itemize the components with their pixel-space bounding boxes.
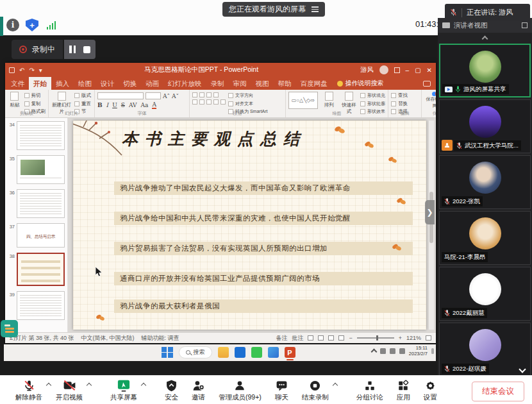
thumbnail-36[interactable]: 36 bbox=[6, 189, 65, 218]
participant-tile[interactable]: 马院-21-李晨昂 bbox=[439, 211, 531, 265]
numbering-icon[interactable] bbox=[199, 92, 204, 97]
tab-draw[interactable]: 绘图 bbox=[74, 77, 96, 90]
slide-bullet-2[interactable]: 鸦片战争给中国和中共人民带来深重的灾难，也使中国人民开始觉醒 bbox=[114, 212, 413, 225]
wechat-icon[interactable] bbox=[251, 347, 262, 358]
grow-font-icon[interactable]: A˄ bbox=[163, 93, 170, 99]
tray-overflow-icon[interactable] bbox=[370, 349, 377, 355]
slide-thumbnail-panel[interactable]: 34 35 36 37 四、总结与启示 38 39 bbox=[5, 118, 68, 332]
start-video-button[interactable]: 开启视频 bbox=[56, 379, 83, 402]
slide-number-status[interactable]: 幻灯片 第 38 张, 共 40 张 bbox=[10, 334, 74, 342]
share-screen-button[interactable]: 共享屏幕 bbox=[110, 379, 137, 402]
shape-outline-button[interactable]: 形状轮廓 bbox=[360, 101, 385, 107]
collapse-strip[interactable] bbox=[438, 33, 532, 42]
slide-scrollbar[interactable] bbox=[429, 121, 434, 330]
participant-tile[interactable]: 2022戴丽慧 bbox=[439, 267, 531, 321]
network-icon[interactable] bbox=[399, 348, 405, 354]
thumbnail-39[interactable]: 39 bbox=[6, 291, 65, 320]
security-button[interactable]: 安全 bbox=[165, 379, 178, 402]
mic-options-chevron[interactable] bbox=[46, 383, 51, 388]
powerpoint-taskbar-icon[interactable]: P bbox=[285, 347, 295, 358]
breakout-rooms-button[interactable]: 分组讨论 bbox=[356, 379, 383, 402]
align-center-icon[interactable] bbox=[199, 99, 204, 105]
cut-button[interactable]: 剪切 bbox=[24, 92, 46, 99]
meeting-info-icon[interactable]: i bbox=[6, 19, 19, 31]
zoom-out-button[interactable]: − bbox=[349, 335, 352, 341]
bold-button[interactable]: B bbox=[97, 102, 103, 108]
save-to-baidu-button[interactable]: 保存到百度网盘 bbox=[424, 92, 436, 109]
tab-view[interactable]: 视图 bbox=[251, 77, 274, 90]
zoom-slider-knob[interactable] bbox=[376, 335, 379, 341]
change-case-icon[interactable]: Aa bbox=[141, 102, 149, 108]
tab-file[interactable]: 文件 bbox=[6, 77, 29, 90]
fullscreen-icon[interactable] bbox=[522, 22, 528, 28]
participant-tile[interactable]: 2022-张凯 bbox=[439, 155, 531, 209]
close-button[interactable]: ✕ bbox=[427, 67, 432, 74]
align-right-icon[interactable] bbox=[206, 99, 212, 105]
font-color-icon[interactable]: A bbox=[152, 101, 156, 109]
tab-home[interactable]: 开始 bbox=[29, 77, 51, 90]
banner-menu-icon[interactable] bbox=[312, 6, 319, 12]
thumbnail-34[interactable]: 34 bbox=[6, 121, 65, 150]
underline-button[interactable]: U bbox=[112, 102, 117, 108]
pause-recording-button[interactable] bbox=[69, 46, 76, 53]
slide-bullet-5[interactable]: 鸦片战争的最大获利者是俄国 bbox=[114, 299, 413, 313]
tab-help[interactable]: 帮助 bbox=[274, 77, 296, 90]
slideshow-icon[interactable] bbox=[338, 335, 344, 341]
normal-view-icon[interactable] bbox=[308, 335, 313, 341]
language-indicator-icon[interactable] bbox=[380, 348, 386, 354]
show-desktop-strip[interactable] bbox=[431, 348, 434, 354]
reading-view-icon[interactable] bbox=[328, 335, 334, 341]
zoom-slider[interactable] bbox=[357, 337, 394, 339]
stop-record-button[interactable]: 结束录制 bbox=[302, 379, 329, 402]
shapes-gallery[interactable]: ▭○△╲◇⇨ bbox=[288, 92, 318, 109]
font-name-input[interactable] bbox=[97, 92, 144, 99]
video-options-chevron[interactable] bbox=[87, 383, 92, 388]
justify-icon[interactable] bbox=[213, 99, 219, 105]
volume-icon[interactable] bbox=[390, 348, 395, 354]
text-direction-button[interactable]: 文字方向 bbox=[228, 92, 268, 99]
tab-animations[interactable]: 动画 bbox=[141, 77, 163, 90]
watching-screen-banner[interactable]: 您正在观看游风的屏幕 bbox=[222, 2, 325, 17]
slide-bullet-1[interactable]: 鸦片战争推动了中国农民起义大爆发，而中国革命又影响了欧洲革命 bbox=[114, 181, 413, 195]
columns-icon[interactable] bbox=[220, 99, 226, 105]
italic-button[interactable]: I bbox=[106, 102, 109, 108]
zoom-in-button[interactable]: + bbox=[399, 335, 402, 341]
tab-transitions[interactable]: 切换 bbox=[119, 77, 141, 90]
font-size-input[interactable] bbox=[145, 92, 161, 99]
start-button[interactable] bbox=[162, 347, 173, 358]
replace-button[interactable]: 替换 bbox=[391, 101, 408, 107]
thumbnail-35[interactable]: 35 bbox=[6, 155, 65, 184]
participant-tile[interactable]: 2022-赵琪媛 bbox=[439, 323, 531, 376]
thumbnail-37[interactable]: 37 四、总结与启示 bbox=[6, 223, 65, 248]
redo-icon[interactable]: ↷ bbox=[29, 67, 34, 74]
tab-design[interactable]: 设计 bbox=[96, 77, 119, 90]
shrink-font-icon[interactable]: A˅ bbox=[172, 93, 179, 99]
find-button[interactable]: 查找 bbox=[391, 92, 408, 99]
participant-tile[interactable]: 武汉工程大学马院... bbox=[439, 99, 531, 153]
language-status[interactable]: 中文(简体, 中国大陆) bbox=[81, 334, 135, 342]
chevron-down-icon[interactable] bbox=[519, 366, 526, 373]
undo-icon[interactable]: ↶ bbox=[19, 67, 24, 74]
line-spacing-icon[interactable] bbox=[213, 92, 219, 97]
tab-record[interactable]: 录制 bbox=[206, 77, 229, 90]
reset-button[interactable]: 重置 bbox=[74, 101, 91, 107]
file-explorer-icon[interactable] bbox=[218, 347, 229, 358]
bullets-icon[interactable] bbox=[192, 92, 197, 97]
tab-insert[interactable]: 插入 bbox=[51, 77, 74, 90]
ribbon-display-icon[interactable] bbox=[394, 67, 400, 73]
minimize-button[interactable]: – bbox=[406, 67, 410, 74]
slide-bullet-3[interactable]: 鸦片贸易损害了合法贸易，没有实现英国人所预期的出口增加 bbox=[114, 242, 413, 255]
shape-fill-button[interactable]: 形状填充 bbox=[360, 92, 385, 99]
arrange-button[interactable]: 排列 bbox=[320, 92, 338, 108]
save-icon[interactable] bbox=[9, 67, 15, 73]
notes-toggle[interactable]: 备注 bbox=[276, 334, 287, 342]
align-text-button[interactable]: 对齐文本 bbox=[228, 101, 268, 107]
align-left-icon[interactable] bbox=[192, 99, 197, 105]
apps-button[interactable]: 应用 bbox=[397, 379, 410, 402]
tab-baidu-netdisk[interactable]: 百度网盘 bbox=[296, 77, 332, 90]
zoom-level[interactable]: 121% bbox=[406, 335, 421, 341]
copy-button[interactable]: 复制 bbox=[24, 101, 46, 107]
comments-icon[interactable] bbox=[423, 81, 431, 87]
meeting-float-widget[interactable] bbox=[1, 320, 18, 337]
participant-tile-screen-share[interactable]: 游风的屏幕共享 bbox=[439, 44, 531, 97]
